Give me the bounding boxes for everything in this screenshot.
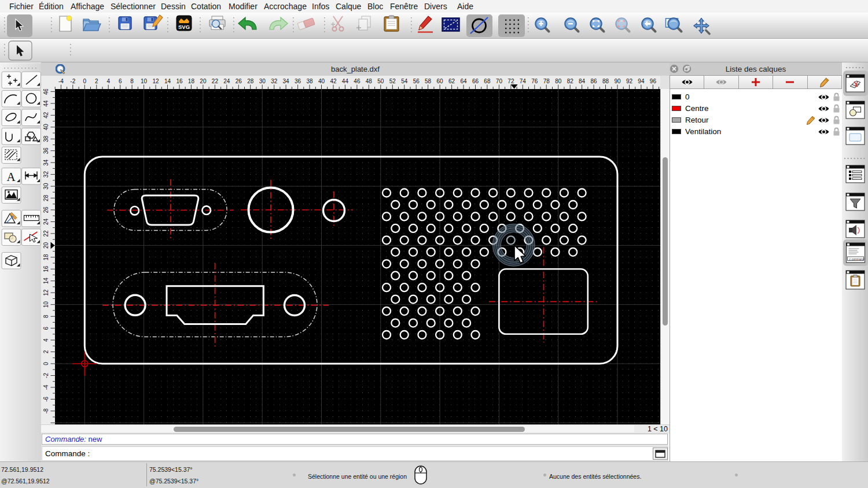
svg-text:36: 36: [295, 78, 301, 84]
svg-text:20: 20: [200, 78, 207, 84]
svg-text:14: 14: [164, 78, 171, 84]
svg-text:-2: -2: [43, 373, 49, 378]
svg-text:78: 78: [543, 78, 550, 84]
svg-text:64: 64: [460, 78, 467, 84]
svg-text:-2: -2: [70, 78, 75, 84]
svg-text:74: 74: [520, 78, 527, 84]
svg-text:-6: -6: [43, 397, 49, 402]
svg-text:40: 40: [43, 124, 49, 131]
svg-text:10: 10: [43, 301, 49, 308]
svg-text:66: 66: [472, 78, 479, 84]
svg-text:50: 50: [377, 78, 384, 84]
svg-text:c command: c command: [849, 257, 865, 261]
svg-text:60: 60: [437, 78, 444, 84]
svg-text:62: 62: [448, 78, 455, 84]
svg-text:40: 40: [318, 78, 325, 84]
svg-text:48: 48: [366, 78, 373, 84]
svg-text:8: 8: [130, 78, 134, 84]
svg-text:10: 10: [141, 78, 148, 84]
svg-text:84: 84: [579, 78, 586, 84]
svg-text:92: 92: [626, 78, 633, 84]
svg-text:0: 0: [83, 78, 87, 84]
svg-text:32: 32: [43, 171, 49, 178]
svg-text:46: 46: [43, 89, 49, 95]
svg-text:18: 18: [188, 78, 195, 84]
svg-text:90: 90: [614, 78, 621, 84]
svg-text:30: 30: [259, 78, 266, 84]
svg-text:24: 24: [223, 78, 230, 84]
svg-text:42: 42: [330, 78, 337, 84]
svg-text:88: 88: [602, 78, 609, 84]
svg-text:38: 38: [306, 78, 313, 84]
svg-text:6: 6: [43, 326, 49, 330]
svg-text:24: 24: [43, 219, 49, 225]
svg-text:8: 8: [43, 315, 49, 318]
svg-text:26: 26: [43, 206, 49, 213]
svg-text:68: 68: [484, 78, 491, 84]
svg-text:22: 22: [43, 230, 49, 237]
svg-text:94: 94: [638, 78, 645, 84]
svg-text:54: 54: [401, 78, 408, 84]
svg-text:58: 58: [425, 78, 432, 84]
svg-text:42: 42: [43, 112, 49, 119]
svg-text:A: A: [6, 170, 16, 184]
svg-text:30: 30: [43, 183, 49, 190]
svg-text:Liste des calques: Liste des calques: [726, 65, 786, 73]
svg-text:22: 22: [212, 78, 219, 84]
svg-text:56: 56: [413, 78, 420, 84]
svg-text:82: 82: [567, 78, 574, 84]
svg-text:16: 16: [176, 78, 183, 84]
svg-text:34: 34: [283, 78, 290, 84]
svg-text:-8: -8: [43, 408, 49, 413]
svg-text:14: 14: [43, 278, 49, 284]
svg-text:44: 44: [43, 100, 49, 107]
svg-text:80: 80: [555, 78, 562, 84]
svg-text:-4: -4: [43, 385, 49, 390]
svg-text:76: 76: [531, 78, 538, 84]
svg-text:86: 86: [591, 78, 598, 84]
svg-text:16: 16: [43, 265, 49, 272]
svg-text:4: 4: [43, 338, 49, 342]
svg-text:96: 96: [650, 78, 657, 84]
svg-text:18: 18: [43, 254, 49, 261]
svg-text:52: 52: [389, 78, 396, 84]
svg-text:20: 20: [43, 242, 49, 249]
svg-text:12: 12: [153, 78, 160, 84]
svg-text:70: 70: [496, 78, 503, 84]
svg-text:72: 72: [507, 78, 514, 84]
svg-text:28: 28: [247, 78, 254, 84]
svg-text:0: 0: [43, 362, 49, 365]
svg-text:44: 44: [342, 78, 349, 84]
svg-text:SVG: SVG: [178, 24, 190, 30]
svg-text:12: 12: [43, 289, 49, 296]
svg-text:4: 4: [106, 78, 110, 84]
svg-text:26: 26: [236, 78, 242, 84]
svg-text:36: 36: [43, 147, 49, 154]
svg-text:28: 28: [43, 195, 49, 202]
svg-text:32: 32: [271, 78, 278, 84]
svg-text:-4: -4: [58, 78, 64, 84]
svg-text:46: 46: [354, 78, 361, 84]
svg-text:6: 6: [119, 78, 122, 84]
svg-text:2: 2: [43, 350, 49, 353]
svg-text:38: 38: [43, 135, 49, 142]
svg-text:2: 2: [95, 78, 98, 84]
svg-text:34: 34: [43, 159, 49, 166]
